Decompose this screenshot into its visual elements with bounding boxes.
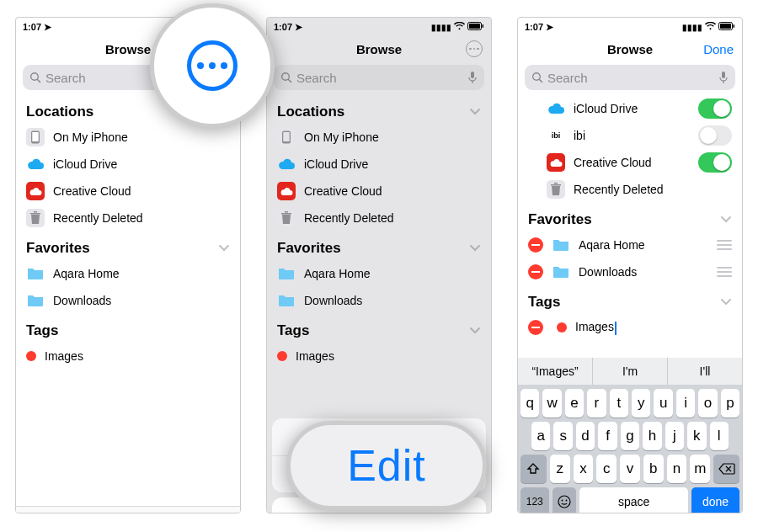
- suggestion[interactable]: “Images”: [518, 358, 592, 385]
- tags-header[interactable]: Tags: [267, 314, 491, 343]
- favorite-downloads[interactable]: Downloads: [16, 287, 240, 314]
- key-q[interactable]: q: [520, 389, 539, 418]
- key-d[interactable]: d: [576, 422, 595, 450]
- search-input[interactable]: Search: [274, 65, 484, 90]
- key-u[interactable]: u: [654, 389, 672, 418]
- edit-location-recently-deleted: Recently Deleted: [518, 176, 742, 203]
- key-w[interactable]: w: [542, 389, 561, 418]
- location-on-my-iphone[interactable]: On My iPhone: [267, 124, 491, 151]
- svg-line-12: [288, 79, 291, 82]
- favorite-downloads[interactable]: Downloads: [267, 287, 491, 314]
- location-recently-deleted[interactable]: Recently Deleted: [16, 205, 240, 231]
- tag-images[interactable]: Images: [267, 343, 491, 370]
- key-x[interactable]: x: [574, 455, 594, 483]
- edit-location-icloud[interactable]: iCloud Drive: [518, 95, 742, 122]
- status-bar: 1:07 ➤ ▮▮▮▮: [518, 18, 742, 36]
- location-icloud[interactable]: iCloud Drive: [267, 151, 491, 178]
- key-i[interactable]: i: [676, 389, 695, 418]
- key-l[interactable]: l: [710, 422, 729, 450]
- toggle-icloud[interactable]: [698, 98, 732, 119]
- more-button[interactable]: [466, 40, 483, 57]
- favorite-aqara[interactable]: Aqara Home: [267, 260, 491, 287]
- drag-handle-icon[interactable]: [717, 240, 732, 250]
- location-arrow-icon: ➤: [44, 22, 51, 32]
- edit-tag-images[interactable]: Images: [518, 314, 742, 341]
- toggle-ibi[interactable]: [698, 125, 732, 146]
- search-icon: [531, 72, 543, 83]
- key-m[interactable]: m: [690, 455, 710, 483]
- favorites-header[interactable]: Favorites: [267, 231, 491, 260]
- remove-button[interactable]: [528, 320, 543, 335]
- phone-icon: [277, 128, 296, 146]
- key-o[interactable]: o: [698, 389, 717, 418]
- cloud-icon: [547, 99, 565, 118]
- key-h[interactable]: h: [643, 422, 661, 450]
- location-recently-deleted[interactable]: Recently Deleted: [267, 205, 491, 231]
- key-e[interactable]: e: [565, 389, 584, 418]
- location-on-my-iphone[interactable]: On My iPhone: [16, 124, 240, 151]
- done-button[interactable]: Done: [703, 42, 734, 56]
- key-n[interactable]: n: [667, 455, 687, 483]
- key-s[interactable]: s: [553, 422, 572, 450]
- edit-location-creative-cloud[interactable]: Creative Cloud: [518, 149, 742, 176]
- favorites-header[interactable]: Favorites: [16, 231, 240, 260]
- remove-button[interactable]: [528, 237, 543, 253]
- remove-button[interactable]: [528, 264, 543, 279]
- key-r[interactable]: r: [587, 389, 606, 418]
- edit-favorite-aqara[interactable]: Aqara Home: [518, 231, 742, 258]
- suggestion[interactable]: I'm: [592, 358, 667, 385]
- suggestion[interactable]: I'll: [667, 358, 742, 385]
- key-z[interactable]: z: [550, 455, 570, 483]
- favorite-aqara[interactable]: Aqara Home: [16, 260, 240, 287]
- favorites-header[interactable]: Favorites: [518, 203, 742, 231]
- edit-location-ibi[interactable]: ibi ibi: [518, 122, 742, 149]
- row-label: iCloud Drive: [53, 157, 230, 171]
- tags-header[interactable]: Tags: [518, 285, 742, 314]
- status-time: 1:07: [23, 22, 41, 32]
- key-b[interactable]: b: [643, 455, 664, 483]
- key-emoji[interactable]: [552, 487, 576, 513]
- key-g[interactable]: g: [621, 422, 639, 450]
- key-y[interactable]: y: [632, 389, 650, 418]
- tab-browse[interactable]: Browse: [128, 507, 240, 513]
- tag-name-input[interactable]: Images: [575, 320, 732, 334]
- key-v[interactable]: v: [620, 455, 640, 483]
- key-done[interactable]: done: [691, 487, 739, 513]
- mic-icon[interactable]: [467, 71, 478, 84]
- tag-dot-icon: [277, 351, 287, 361]
- status-bar: 1:07 ➤ ▮▮▮▮: [267, 18, 491, 36]
- edit-favorite-downloads[interactable]: Downloads: [518, 258, 742, 285]
- toggle-cc[interactable]: [698, 152, 732, 173]
- key-k[interactable]: k: [687, 422, 706, 450]
- key-p[interactable]: p: [721, 389, 739, 418]
- svg-point-22: [558, 496, 570, 508]
- row-label: Aqara Home: [53, 267, 230, 280]
- key-c[interactable]: c: [596, 455, 617, 483]
- svg-rect-17: [720, 24, 731, 29]
- key-a[interactable]: a: [531, 422, 550, 450]
- drag-handle-icon[interactable]: [717, 267, 732, 277]
- location-creative-cloud[interactable]: Creative Cloud: [16, 178, 240, 205]
- key-123[interactable]: 123: [520, 487, 549, 513]
- tags-header[interactable]: Tags: [16, 314, 240, 343]
- search-input[interactable]: Search: [525, 65, 735, 90]
- key-j[interactable]: j: [665, 422, 684, 450]
- key-space[interactable]: space: [579, 487, 688, 513]
- svg-rect-21: [722, 72, 725, 78]
- chevron-down-icon: [720, 215, 732, 224]
- key-shift[interactable]: [520, 455, 547, 483]
- keyboard[interactable]: “Images” I'm I'll q w e r t y u i o p: [518, 358, 742, 513]
- key-t[interactable]: t: [610, 389, 628, 418]
- locations-header[interactable]: Locations: [267, 95, 491, 124]
- location-creative-cloud[interactable]: Creative Cloud: [267, 178, 491, 205]
- key-delete[interactable]: [713, 455, 739, 483]
- tab-recents[interactable]: Recents: [16, 507, 128, 513]
- svg-rect-18: [734, 24, 735, 28]
- key-f[interactable]: f: [598, 422, 617, 450]
- location-icloud[interactable]: iCloud Drive: [16, 151, 240, 178]
- mic-icon[interactable]: [718, 71, 729, 84]
- row-label: Recently Deleted: [53, 211, 230, 225]
- tag-images[interactable]: Images: [16, 343, 240, 370]
- row-label: On My iPhone: [53, 130, 230, 144]
- trash-icon: [26, 209, 45, 227]
